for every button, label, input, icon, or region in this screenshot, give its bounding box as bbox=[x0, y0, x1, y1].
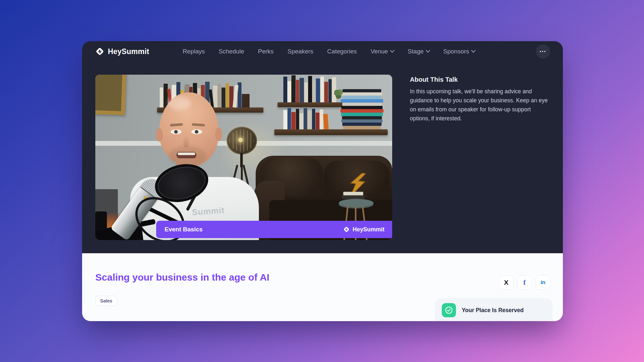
speaker-eye bbox=[191, 129, 202, 134]
shelf-plant bbox=[334, 89, 343, 100]
reservation-card: Your Place Is Reserved bbox=[435, 298, 553, 321]
nav-item-schedule[interactable]: Schedule bbox=[219, 48, 244, 55]
brand-name: HeySummit bbox=[108, 47, 149, 56]
books-right-top bbox=[283, 75, 340, 102]
nav-item-speakers[interactable]: Speakers bbox=[288, 48, 313, 55]
main-nav: ReplaysSchedulePerksSpeakersCategoriesVe… bbox=[183, 48, 475, 55]
nav-item-categories[interactable]: Categories bbox=[327, 48, 357, 55]
bookshelf-right-lower bbox=[274, 129, 388, 135]
table-book bbox=[342, 195, 365, 199]
share-x-button[interactable]: X bbox=[499, 275, 514, 290]
content-row: Summit Event Basics bbox=[82, 62, 563, 240]
share-linkedin-button[interactable]: in bbox=[535, 275, 550, 290]
video-player[interactable]: Summit Event Basics bbox=[95, 75, 392, 240]
speaker-head-highlight bbox=[168, 97, 191, 110]
books-flat-stack bbox=[339, 86, 384, 129]
tag-sales[interactable]: Sales bbox=[95, 296, 117, 306]
speaker-eye bbox=[171, 129, 182, 134]
nav-item-replays[interactable]: Replays bbox=[183, 48, 205, 55]
video-brand: HeySummit bbox=[343, 226, 384, 233]
linkedin-icon: in bbox=[541, 279, 545, 286]
about-panel: About This Talk In this upcoming talk, w… bbox=[410, 75, 550, 240]
event-card: HeySummit ReplaysSchedulePerksSpeakersCa… bbox=[82, 41, 563, 321]
about-body: In this upcoming talk, we'll be sharing … bbox=[410, 87, 550, 123]
bookshelf-right-upper bbox=[278, 102, 346, 107]
chevron-down-icon bbox=[425, 48, 430, 53]
x-icon: X bbox=[504, 279, 508, 286]
heysummit-logo-icon bbox=[343, 226, 350, 233]
check-circle-icon bbox=[442, 303, 456, 317]
brand-logo[interactable]: HeySummit bbox=[95, 47, 149, 56]
dark-section: HeySummit ReplaysSchedulePerksSpeakersCa… bbox=[82, 41, 563, 253]
nav-item-stage[interactable]: Stage bbox=[408, 48, 430, 55]
page-background: HeySummit ReplaysSchedulePerksSpeakersCa… bbox=[0, 0, 644, 362]
picture-frame bbox=[95, 75, 126, 115]
nav-item-venue[interactable]: Venue bbox=[371, 48, 394, 55]
talk-details-section: Scaling your business in the age of AI S… bbox=[82, 253, 563, 321]
more-options-button[interactable]: ••• bbox=[536, 44, 550, 59]
table-book bbox=[343, 192, 363, 195]
ellipsis-icon: ••• bbox=[540, 49, 546, 54]
video-caption-bar: Event Basics HeySummit bbox=[156, 221, 392, 238]
speaker-mouth bbox=[176, 152, 196, 158]
nav-item-perks[interactable]: Perks bbox=[258, 48, 274, 55]
reservation-status: Your Place Is Reserved bbox=[462, 307, 524, 314]
share-facebook-button[interactable]: f bbox=[517, 275, 532, 290]
share-buttons: X f in bbox=[499, 275, 550, 290]
about-heading: About This Talk bbox=[410, 76, 550, 83]
navbar: HeySummit ReplaysSchedulePerksSpeakersCa… bbox=[82, 41, 563, 62]
side-table bbox=[339, 199, 374, 207]
books-right-bottom bbox=[283, 108, 338, 129]
video-brand-name: HeySummit bbox=[353, 226, 384, 233]
speaker-ear bbox=[156, 128, 163, 142]
nav-item-sponsors[interactable]: Sponsors bbox=[443, 48, 475, 55]
speaker-ear bbox=[215, 127, 222, 141]
talk-title: Scaling your business in the age of AI bbox=[95, 272, 270, 283]
chevron-down-icon bbox=[471, 48, 476, 53]
heysummit-logo-icon bbox=[95, 47, 105, 56]
facebook-icon: f bbox=[523, 278, 526, 287]
lamp-bulb bbox=[238, 138, 243, 142]
speaker-nose bbox=[182, 136, 190, 147]
video-caption: Event Basics bbox=[165, 226, 203, 233]
chevron-down-icon bbox=[390, 48, 394, 53]
